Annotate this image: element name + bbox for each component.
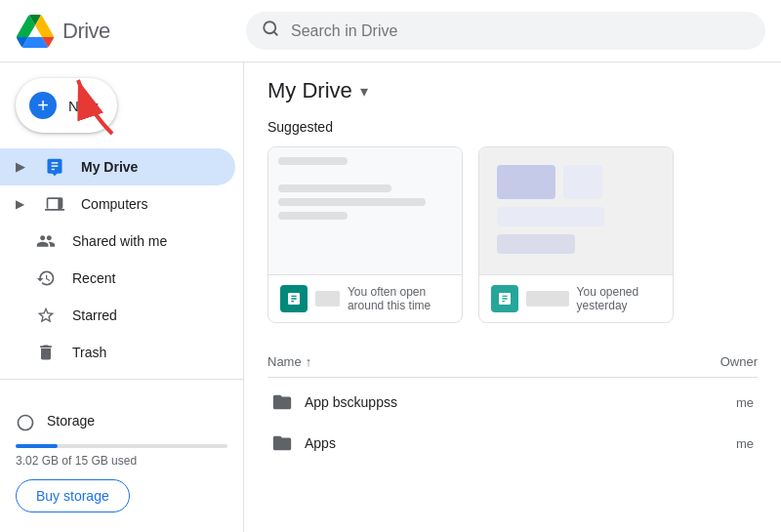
content-area: My Drive ▾ Suggested [244,62,781,532]
computers-icon [44,193,65,215]
card-caption-1: You often open around this time [348,285,450,312]
starred-icon [35,305,57,326]
sidebar-item-label: Trash [72,345,106,360]
file-icon-green [280,285,308,312]
storage-used-text: 3.02 GB of 15 GB used [16,454,227,468]
folder-icon [271,432,293,454]
blob-row [497,234,604,254]
file-name-blurred-2 [526,291,569,307]
sidebar-item-recent[interactable]: Recent [0,260,235,297]
blob-row [497,207,604,226]
chevron-icon: ▶ [16,197,24,211]
name-bar: Name ↑ Owner [267,347,758,378]
card-info-2: You opened yesterday [479,274,673,322]
new-button-label: New [68,98,98,114]
sidebar: + New ▶ My Drive [0,62,244,532]
my-drive-icon [44,156,65,178]
blob [497,207,604,226]
chevron-icon: ▶ [16,160,24,174]
file-icon-teal [491,285,518,312]
shared-icon [35,230,57,252]
suggested-section-label: Suggested [267,119,758,135]
header: Drive [0,0,781,62]
svg-line-1 [273,31,276,34]
sidebar-item-label: Computers [81,196,147,212]
storage-bar-bg [16,444,227,448]
name-col-label: Name [267,354,302,369]
preview-line [278,157,348,165]
suggested-card-2[interactable]: You opened yesterday [478,146,674,323]
preview-lines [278,157,452,220]
sidebar-item-label: Recent [72,270,115,286]
card-info-1: You often open around this time [268,274,462,322]
blob [563,165,602,199]
new-button-wrap: + New [0,70,243,148]
file-row-2[interactable]: Apps me [267,423,758,464]
sidebar-item-label: Starred [72,307,117,323]
storage-label: Storage [47,413,95,429]
sidebar-item-trash[interactable]: Trash [0,334,235,371]
file-name-blurred [315,291,340,307]
blob [497,165,555,199]
storage-bar-fill [16,444,58,448]
sidebar-divider [0,379,243,380]
logo-area: Drive [16,15,230,48]
suggested-grid: You often open around this time [267,146,758,323]
blob-row [497,165,604,199]
drive-title: My Drive [267,78,352,103]
search-input[interactable] [291,22,750,40]
owner-col-header: Owner [660,354,758,369]
drive-title-row: My Drive ▾ [267,78,758,103]
preview-line [278,184,391,192]
preview-line [278,198,426,206]
preview-line [278,212,348,220]
card-caption-2: You opened yesterday [577,285,661,312]
file-owner-1: me [656,395,754,410]
drive-logo-icon [16,15,55,48]
name-col-header[interactable]: Name ↑ [267,354,660,369]
file-name-1: App bsckuppss [305,394,656,410]
sidebar-item-my-drive[interactable]: ▶ My Drive [0,148,235,185]
file-owner-2: me [656,436,754,451]
sidebar-item-computers[interactable]: ▶ Computers [0,185,235,223]
recent-icon [35,267,57,289]
chevron-down-icon[interactable]: ▾ [360,82,368,101]
suggested-card-1[interactable]: You often open around this time [267,146,463,323]
buy-storage-button[interactable]: Buy storage [16,479,130,512]
sort-icon: ↑ [306,354,312,369]
app-title: Drive [62,19,110,44]
blob [497,234,575,254]
search-icon [262,20,279,42]
file-name-2: Apps [305,435,656,451]
main-layout: + New ▶ My Drive [0,62,781,532]
plus-icon: + [29,92,57,119]
storage-section: Storage 3.02 GB of 15 GB used Buy storag… [0,401,243,524]
new-button[interactable]: + New [16,78,117,133]
search-bar[interactable] [246,12,765,50]
sidebar-item-shared-with-me[interactable]: Shared with me [0,223,235,260]
folder-icon [271,391,293,413]
trash-icon [35,342,57,363]
card-preview-1 [268,147,462,274]
card-preview-2 [479,147,673,274]
sidebar-item-label: Shared with me [72,233,167,249]
file-row-1[interactable]: App bsckuppss me [267,382,758,423]
sidebar-item-label: My Drive [81,159,138,175]
sidebar-item-starred[interactable]: Starred [0,297,235,334]
preview-blobs [489,157,612,262]
storage-icon [16,413,35,436]
